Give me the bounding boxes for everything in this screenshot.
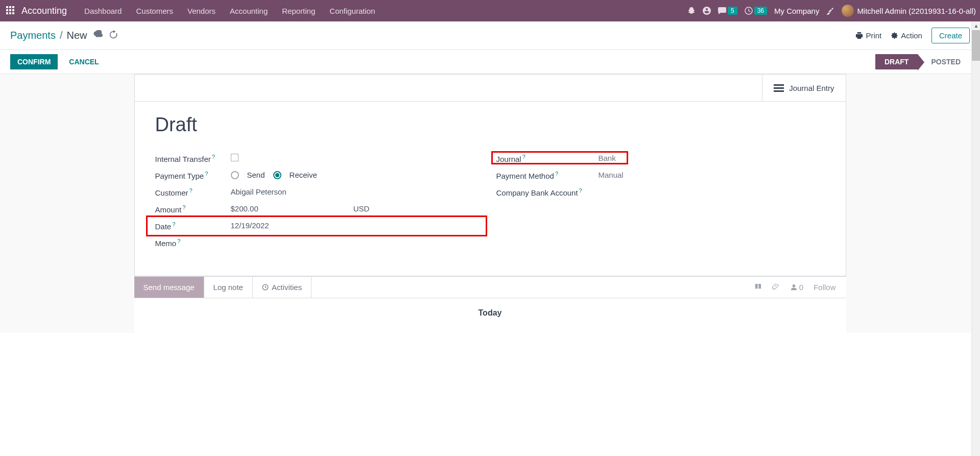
label-payment-type: Payment Type? <box>155 171 231 180</box>
journal-field[interactable]: Bank <box>599 154 825 162</box>
radio-send-label: Send <box>247 171 265 179</box>
help-icon[interactable]: ? <box>172 221 175 227</box>
help-icon[interactable]: ? <box>205 171 208 177</box>
label-journal: Journal? <box>496 154 599 163</box>
row-payment-type: Payment Type? Send Receive <box>155 167 484 184</box>
menu-reporting[interactable]: Reporting <box>275 2 322 20</box>
menu-customers[interactable]: Customers <box>129 2 180 20</box>
row-company-bank: Company Bank Account? <box>496 184 825 201</box>
menu-dashboard[interactable]: Dashboard <box>77 2 129 20</box>
date-field[interactable]: 12/19/2022 <box>231 221 484 230</box>
confirm-button[interactable]: Confirm <box>10 54 58 69</box>
label-date: Date? <box>155 221 231 231</box>
book-icon[interactable] <box>754 283 762 292</box>
avatar <box>842 5 854 17</box>
status-draft[interactable]: Draft <box>875 54 918 69</box>
label-memo: Memo? <box>155 238 231 248</box>
scroll-thumb[interactable] <box>972 30 980 61</box>
help-icon[interactable]: ? <box>212 154 215 160</box>
tools-icon[interactable] <box>826 7 834 15</box>
activities-badge: 36 <box>754 7 767 15</box>
control-bar: Payments / New Print Action Create <box>0 21 980 50</box>
status-posted[interactable]: Posted <box>918 54 970 69</box>
cancel-button[interactable]: Cancel <box>62 54 106 69</box>
label-internal-transfer: Internal Transfer? <box>155 154 231 163</box>
messages-badge: 5 <box>728 7 737 15</box>
top-navbar: Accounting Dashboard Customers Vendors A… <box>0 0 980 21</box>
label-amount: Amount? <box>155 204 231 214</box>
menu-vendors[interactable]: Vendors <box>180 2 223 20</box>
sheet-button-box: Journal Entry <box>135 75 846 102</box>
discard-icon[interactable] <box>109 30 118 41</box>
follow-button[interactable]: Follow <box>814 283 835 292</box>
label-company-bank: Company Bank Account? <box>496 187 599 197</box>
save-icon[interactable] <box>93 30 103 41</box>
brand-name[interactable]: Accounting <box>21 6 67 16</box>
print-button[interactable]: Print <box>855 31 881 40</box>
radio-receive-label: Receive <box>290 171 317 179</box>
help-icon[interactable]: ? <box>182 204 185 210</box>
row-journal: Journal? Bank <box>496 150 825 167</box>
help-icon[interactable]: ? <box>579 187 582 194</box>
navbar-right: 5 36 My Company Mitchell Admin (22019931… <box>687 5 976 17</box>
row-amount: Amount? $200.00 USD <box>155 201 484 218</box>
currency-field[interactable]: USD <box>353 204 370 213</box>
chatter-tabs: Send message Log note Activities 0 Follo… <box>134 276 846 298</box>
help-icon[interactable]: ? <box>177 238 180 244</box>
menu-accounting[interactable]: Accounting <box>223 2 275 20</box>
apps-icon[interactable] <box>6 6 15 15</box>
radio-receive[interactable] <box>273 171 281 179</box>
form-col-left: Internal Transfer? Payment Type? Send Re… <box>155 150 484 251</box>
internal-transfer-checkbox[interactable] <box>231 154 238 161</box>
attachment-icon[interactable] <box>772 283 780 292</box>
vertical-scrollbar[interactable]: ▲ <box>971 21 980 333</box>
status-bar: Confirm Cancel Draft Posted <box>0 50 980 74</box>
radio-send[interactable] <box>231 171 239 179</box>
debug-icon[interactable] <box>687 7 696 15</box>
list-icon <box>774 84 784 92</box>
chatter-today: Today <box>134 298 846 333</box>
main-area: Journal Entry Draft Internal Transfer? P… <box>0 74 980 333</box>
messages-icon[interactable]: 5 <box>718 7 737 15</box>
label-customer: Customer? <box>155 187 231 197</box>
label-payment-method: Payment Method? <box>496 171 599 180</box>
amount-field[interactable]: $200.00 <box>231 204 258 213</box>
company-switcher[interactable]: My Company <box>774 7 819 15</box>
help-icon[interactable]: ? <box>522 154 525 160</box>
form-sheet: Journal Entry Draft Internal Transfer? P… <box>134 74 846 276</box>
row-internal-transfer: Internal Transfer? <box>155 150 484 167</box>
activities-icon[interactable]: 36 <box>745 7 767 15</box>
main-menu: Dashboard Customers Vendors Accounting R… <box>77 2 382 20</box>
chatter-right: 0 Follow <box>754 283 846 292</box>
user-name: Mitchell Admin (22019931-16-0-all) <box>857 7 976 15</box>
menu-configuration[interactable]: Configuration <box>322 2 382 20</box>
status-steps: Draft Posted <box>875 54 970 69</box>
scroll-up-icon[interactable]: ▲ <box>972 21 980 30</box>
create-button[interactable]: Create <box>931 28 970 43</box>
journal-entry-button[interactable]: Journal Entry <box>762 75 845 101</box>
row-payment-method: Payment Method? Manual <box>496 167 825 184</box>
breadcrumb-current: New <box>67 30 87 41</box>
sheet-body: Draft Internal Transfer? Payment Type? S… <box>135 102 846 276</box>
breadcrumb-root[interactable]: Payments <box>10 30 56 41</box>
tab-send-message[interactable]: Send message <box>134 277 204 298</box>
followers-icon[interactable]: 0 <box>790 283 803 292</box>
payment-method-field[interactable]: Manual <box>599 171 825 179</box>
help-icon[interactable]: ? <box>189 187 193 194</box>
form-columns: Internal Transfer? Payment Type? Send Re… <box>155 150 825 251</box>
row-date: Date? 12/19/2022 <box>155 218 484 234</box>
page-title: Draft <box>155 114 825 136</box>
row-customer: Customer? Abigail Peterson <box>155 184 484 201</box>
control-actions: Print Action Create <box>855 28 970 43</box>
customer-field[interactable]: Abigail Peterson <box>231 187 484 196</box>
tab-log-note[interactable]: Log note <box>204 277 253 298</box>
tab-activities[interactable]: Activities <box>253 277 312 298</box>
support-icon[interactable] <box>703 7 711 15</box>
chatter: Send message Log note Activities 0 Follo… <box>134 276 846 333</box>
action-button[interactable]: Action <box>891 31 922 40</box>
form-col-right: Journal? Bank Payment Method? Manual Com… <box>496 150 825 251</box>
payment-type-radio-group: Send Receive <box>231 171 484 179</box>
breadcrumb: Payments / New <box>10 30 87 41</box>
user-menu[interactable]: Mitchell Admin (22019931-16-0-all) <box>842 5 976 17</box>
help-icon[interactable]: ? <box>555 171 558 177</box>
